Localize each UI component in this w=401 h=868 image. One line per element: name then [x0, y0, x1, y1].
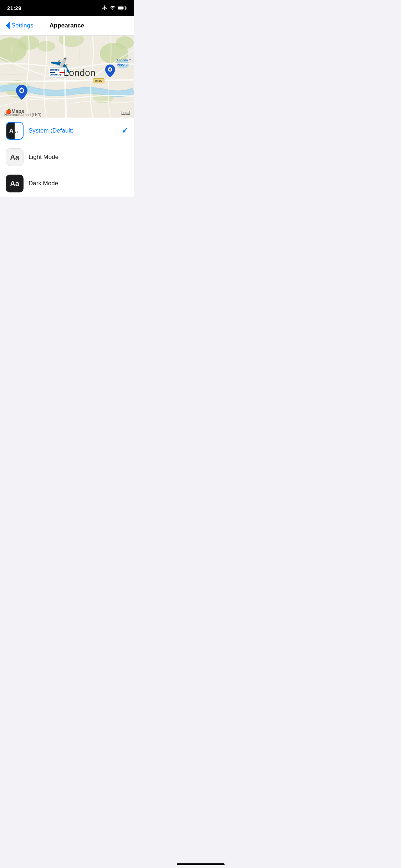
ba-name: BRITISH [50, 69, 65, 72]
legal-text: Legal [122, 111, 130, 115]
status-time: 21:29 [7, 5, 21, 11]
airplane-mode-icon [102, 5, 108, 11]
svg-text:A: A [9, 127, 14, 135]
light-mode-label: Light Mode [29, 154, 128, 161]
appearance-option-system[interactable]: A a System (Default) ✓ [0, 118, 134, 144]
heathrow-label: Heathrow Airport (LHR) [4, 113, 41, 117]
appearance-option-dark[interactable]: Aa Dark Mode [0, 170, 134, 197]
status-icons [102, 5, 127, 11]
empty-gray-section [0, 197, 134, 289]
ba-airways: AIRWAYS [50, 73, 65, 76]
svg-text:a: a [15, 129, 18, 134]
wifi-icon [110, 5, 115, 11]
page-title: Appearance [50, 22, 84, 29]
back-chevron-icon [6, 22, 10, 29]
light-mode-icon: Aa [6, 148, 24, 166]
lhr-pin: ✈ [16, 85, 27, 101]
system-mode-icon: A a [6, 122, 24, 140]
svg-point-9 [37, 41, 55, 52]
map-preview: ✈️ BRITISH AIRWAYS London ✈ ✈ London CAi… [0, 36, 134, 118]
system-default-label: System (Default) [29, 127, 122, 134]
dark-mode-icon: Aa [6, 175, 24, 192]
a102-badge: A102 [93, 78, 104, 83]
back-button[interactable]: Settings [6, 22, 33, 29]
appearance-options-list: A a System (Default) ✓ Aa Light Mode Aa … [0, 118, 134, 197]
svg-rect-2 [118, 6, 124, 9]
system-icon-svg: A a [6, 123, 23, 139]
light-mode-aa: Aa [10, 153, 19, 161]
svg-rect-1 [126, 7, 127, 9]
nav-bar: Settings Appearance [0, 16, 134, 36]
status-bar: 21:29 [0, 0, 134, 16]
map-london-label: London [64, 67, 96, 78]
system-checkmark-icon: ✓ [122, 126, 128, 135]
dark-mode-aa: Aa [10, 180, 19, 188]
appearance-option-light[interactable]: Aa Light Mode [0, 144, 134, 170]
svg-point-7 [116, 36, 134, 49]
back-label: Settings [11, 22, 33, 29]
ba-bar [50, 72, 65, 73]
battery-icon [118, 6, 127, 10]
lcy-pin: ✈ [105, 64, 115, 79]
lcy-label: London CAirport ( [117, 58, 131, 67]
dark-mode-label: Dark Mode [29, 180, 128, 187]
